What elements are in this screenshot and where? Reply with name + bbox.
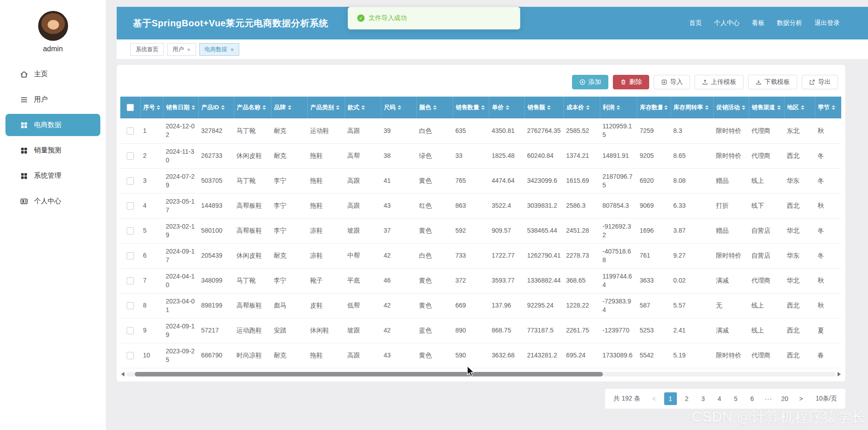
pagination-page-5[interactable]: 5: [730, 392, 742, 405]
import-button[interactable]: 导入: [654, 75, 690, 89]
sort-icons[interactable]: [433, 105, 437, 110]
column-header-产品ID[interactable]: 产品ID: [198, 97, 234, 118]
sort-icons[interactable]: [288, 105, 291, 110]
sort-icons[interactable]: [832, 105, 835, 110]
row-checkbox[interactable]: [127, 177, 134, 185]
column-header-销售渠道[interactable]: 销售渠道: [749, 97, 784, 118]
column-header-销售额[interactable]: 销售额: [524, 97, 563, 118]
sort-icons[interactable]: [336, 105, 340, 110]
sort-icons[interactable]: [705, 105, 709, 110]
upload-template-button[interactable]: 上传模板: [695, 75, 744, 89]
sort-icons[interactable]: [262, 105, 266, 110]
select-all-checkbox[interactable]: [127, 104, 134, 111]
sort-icons[interactable]: [664, 105, 668, 110]
export-button[interactable]: 导出: [802, 75, 838, 89]
top-nav-logout[interactable]: 退出登录: [814, 19, 840, 27]
sort-icons[interactable]: [481, 105, 485, 110]
avatar[interactable]: [38, 11, 68, 41]
cell-成本价: 2585.52: [563, 118, 600, 143]
tab-ecommerce-data[interactable]: 电商数据×: [199, 43, 240, 56]
column-header-库存周转率[interactable]: 库存周转率: [671, 97, 713, 118]
column-header-序号[interactable]: 序号: [140, 97, 163, 118]
delete-button-label: 删除: [629, 78, 642, 86]
scroll-left-arrow-icon[interactable]: [121, 372, 124, 376]
sidebar-item-home[interactable]: 主页: [5, 63, 100, 85]
pagination-page-1[interactable]: 1: [664, 392, 677, 405]
sort-icons[interactable]: [192, 105, 195, 110]
column-header-品牌[interactable]: 品牌: [271, 97, 307, 118]
column-header-成本价[interactable]: 成本价: [563, 97, 600, 118]
cell-促销活动: 满减: [713, 268, 749, 293]
column-header-产品名称[interactable]: 产品名称: [234, 97, 271, 118]
scroll-right-arrow-icon[interactable]: [838, 372, 841, 376]
sidebar-item-sales-forecast[interactable]: 销量预测: [5, 139, 100, 161]
sort-icons[interactable]: [157, 105, 160, 110]
cell-库存数量: 5542: [637, 343, 671, 368]
row-checkbox[interactable]: [127, 227, 134, 235]
sort-icons[interactable]: [506, 105, 509, 110]
sidebar-item-users[interactable]: 用户: [5, 88, 100, 111]
column-header-利润[interactable]: 利润: [600, 97, 637, 118]
page-size-select[interactable]: 10条/页: [816, 395, 837, 403]
sort-icons[interactable]: [221, 105, 225, 110]
tab-users[interactable]: 用户×: [167, 43, 196, 56]
row-checkbox[interactable]: [127, 352, 134, 359]
sort-icons[interactable]: [361, 105, 365, 110]
scrollbar-thumb[interactable]: [135, 372, 603, 376]
column-header-销售日期[interactable]: 销售日期: [163, 97, 198, 118]
top-nav-data-analysis[interactable]: 数据分析: [777, 19, 802, 27]
row-checkbox[interactable]: [127, 152, 134, 160]
row-checkbox[interactable]: [127, 302, 134, 309]
column-label: 销售额: [528, 103, 545, 112]
sort-icons[interactable]: [777, 105, 781, 110]
row-checkbox[interactable]: [127, 202, 134, 210]
add-button[interactable]: 添加: [572, 75, 608, 89]
pagination-next-button[interactable]: >: [795, 392, 808, 405]
column-header-款式[interactable]: 款式: [345, 97, 381, 118]
cell-销售渠道: 自营店: [749, 218, 784, 243]
column-header-促销活动[interactable]: 促销活动: [713, 97, 749, 118]
pagination-page-6[interactable]: 6: [746, 392, 759, 405]
tab-system-home[interactable]: 系统首页: [130, 43, 164, 56]
pagination-prev-button[interactable]: <: [648, 392, 661, 405]
column-header-尺码[interactable]: 尺码: [381, 97, 416, 118]
row-checkbox[interactable]: [127, 277, 134, 284]
pagination-ellipsis[interactable]: ···: [762, 392, 775, 405]
pagination-page-2[interactable]: 2: [681, 392, 693, 405]
tab-close-icon[interactable]: ×: [187, 47, 191, 53]
row-checkbox[interactable]: [127, 252, 134, 259]
sort-icons[interactable]: [801, 105, 804, 110]
top-nav-home[interactable]: 首页: [689, 19, 702, 27]
horizontal-scrollbar[interactable]: [121, 371, 841, 377]
cell-库存周转率: 9.27: [671, 243, 713, 268]
sort-icons[interactable]: [586, 105, 590, 110]
column-header-单价[interactable]: 单价: [489, 97, 524, 118]
cell-成本价: 2586.3: [563, 193, 600, 218]
column-header-颜色[interactable]: 颜色: [416, 97, 453, 118]
pagination-page-3[interactable]: 3: [697, 392, 710, 405]
sort-icons[interactable]: [398, 105, 401, 110]
column-header-库存数量[interactable]: 库存数量: [637, 97, 671, 118]
cell-库存数量: 5253: [637, 318, 671, 343]
row-checkbox[interactable]: [127, 127, 134, 135]
pagination-page-20[interactable]: 20: [779, 392, 791, 405]
sidebar-item-system-management[interactable]: 系统管理: [5, 165, 100, 187]
sidebar-item-personal-center[interactable]: 个人中心: [5, 190, 100, 212]
top-nav-board[interactable]: 看板: [752, 19, 764, 27]
table-row: 52023-02-19580100高帮板鞋李宁凉鞋坡跟37黄色592909.57…: [120, 218, 841, 243]
sort-icons[interactable]: [616, 105, 620, 110]
column-header-地区[interactable]: 地区: [784, 97, 815, 118]
row-checkbox[interactable]: [127, 327, 134, 334]
scrollbar-track[interactable]: [126, 372, 836, 376]
tab-close-icon[interactable]: ×: [231, 47, 234, 53]
sort-icons[interactable]: [742, 105, 745, 110]
top-nav-personal-center[interactable]: 个人中心: [714, 19, 740, 27]
sidebar-item-ecommerce-data[interactable]: 电商数据: [5, 114, 100, 136]
sort-icons[interactable]: [547, 105, 551, 110]
download-template-button[interactable]: 下载模板: [748, 75, 797, 89]
pagination-page-4[interactable]: 4: [713, 392, 726, 405]
column-header-产品类别[interactable]: 产品类别: [307, 97, 345, 118]
delete-button[interactable]: 删除: [613, 75, 649, 89]
column-header-销售数量[interactable]: 销售数量: [453, 97, 489, 118]
column-header-季节[interactable]: 季节: [815, 97, 841, 118]
